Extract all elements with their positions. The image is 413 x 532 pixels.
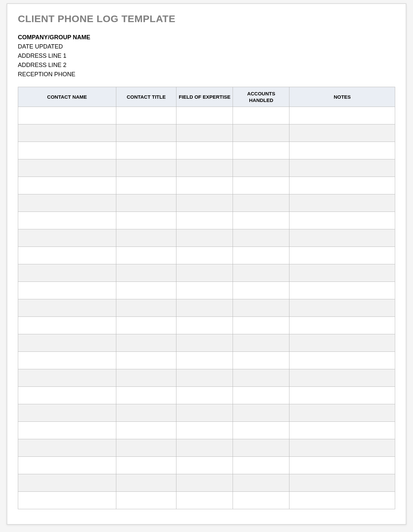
cell-field-of-expertise[interactable] bbox=[176, 212, 233, 229]
cell-contact-name[interactable] bbox=[18, 212, 116, 229]
cell-contact-name[interactable] bbox=[18, 457, 116, 474]
cell-field-of-expertise[interactable] bbox=[176, 159, 233, 177]
cell-notes[interactable] bbox=[289, 282, 395, 299]
cell-contact-name[interactable] bbox=[18, 124, 116, 142]
cell-accounts-handled[interactable] bbox=[233, 247, 289, 264]
cell-accounts-handled[interactable] bbox=[233, 264, 289, 282]
cell-field-of-expertise[interactable] bbox=[176, 404, 233, 422]
cell-notes[interactable] bbox=[289, 404, 395, 422]
cell-contact-title[interactable] bbox=[116, 107, 176, 124]
cell-accounts-handled[interactable] bbox=[233, 352, 289, 369]
cell-contact-name[interactable] bbox=[18, 142, 116, 159]
cell-contact-name[interactable] bbox=[18, 194, 116, 212]
cell-field-of-expertise[interactable] bbox=[176, 317, 233, 334]
cell-contact-name[interactable] bbox=[18, 439, 116, 457]
cell-accounts-handled[interactable] bbox=[233, 177, 289, 194]
cell-contact-title[interactable] bbox=[116, 422, 176, 439]
cell-accounts-handled[interactable] bbox=[233, 299, 289, 317]
cell-contact-name[interactable] bbox=[18, 247, 116, 264]
cell-contact-title[interactable] bbox=[116, 404, 176, 422]
cell-notes[interactable] bbox=[289, 229, 395, 247]
cell-accounts-handled[interactable] bbox=[233, 282, 289, 299]
cell-accounts-handled[interactable] bbox=[233, 194, 289, 212]
cell-notes[interactable] bbox=[289, 439, 395, 457]
cell-contact-name[interactable] bbox=[18, 264, 116, 282]
cell-notes[interactable] bbox=[289, 422, 395, 439]
cell-notes[interactable] bbox=[289, 492, 395, 509]
cell-contact-name[interactable] bbox=[18, 177, 116, 194]
cell-accounts-handled[interactable] bbox=[233, 474, 289, 492]
cell-accounts-handled[interactable] bbox=[233, 229, 289, 247]
cell-accounts-handled[interactable] bbox=[233, 387, 289, 404]
cell-contact-title[interactable] bbox=[116, 142, 176, 159]
cell-contact-title[interactable] bbox=[116, 299, 176, 317]
cell-contact-title[interactable] bbox=[116, 194, 176, 212]
cell-notes[interactable] bbox=[289, 457, 395, 474]
cell-notes[interactable] bbox=[289, 177, 395, 194]
cell-contact-title[interactable] bbox=[116, 212, 176, 229]
cell-accounts-handled[interactable] bbox=[233, 159, 289, 177]
cell-notes[interactable] bbox=[289, 317, 395, 334]
cell-field-of-expertise[interactable] bbox=[176, 264, 233, 282]
cell-contact-name[interactable] bbox=[18, 229, 116, 247]
cell-contact-title[interactable] bbox=[116, 124, 176, 142]
cell-field-of-expertise[interactable] bbox=[176, 387, 233, 404]
cell-accounts-handled[interactable] bbox=[233, 422, 289, 439]
cell-notes[interactable] bbox=[289, 369, 395, 387]
cell-contact-title[interactable] bbox=[116, 474, 176, 492]
cell-contact-title[interactable] bbox=[116, 439, 176, 457]
cell-notes[interactable] bbox=[289, 212, 395, 229]
cell-accounts-handled[interactable] bbox=[233, 404, 289, 422]
cell-notes[interactable] bbox=[289, 142, 395, 159]
cell-notes[interactable] bbox=[289, 247, 395, 264]
cell-field-of-expertise[interactable] bbox=[176, 107, 233, 124]
cell-field-of-expertise[interactable] bbox=[176, 492, 233, 509]
cell-contact-name[interactable] bbox=[18, 474, 116, 492]
cell-contact-name[interactable] bbox=[18, 159, 116, 177]
cell-contact-name[interactable] bbox=[18, 282, 116, 299]
cell-contact-name[interactable] bbox=[18, 334, 116, 352]
cell-contact-title[interactable] bbox=[116, 177, 176, 194]
cell-accounts-handled[interactable] bbox=[233, 107, 289, 124]
cell-field-of-expertise[interactable] bbox=[176, 142, 233, 159]
cell-contact-title[interactable] bbox=[116, 334, 176, 352]
cell-field-of-expertise[interactable] bbox=[176, 247, 233, 264]
cell-notes[interactable] bbox=[289, 194, 395, 212]
cell-notes[interactable] bbox=[289, 474, 395, 492]
cell-accounts-handled[interactable] bbox=[233, 439, 289, 457]
cell-contact-title[interactable] bbox=[116, 264, 176, 282]
cell-notes[interactable] bbox=[289, 124, 395, 142]
cell-notes[interactable] bbox=[289, 264, 395, 282]
cell-field-of-expertise[interactable] bbox=[176, 229, 233, 247]
cell-field-of-expertise[interactable] bbox=[176, 177, 233, 194]
cell-contact-title[interactable] bbox=[116, 387, 176, 404]
cell-notes[interactable] bbox=[289, 387, 395, 404]
cell-notes[interactable] bbox=[289, 334, 395, 352]
cell-accounts-handled[interactable] bbox=[233, 492, 289, 509]
cell-contact-name[interactable] bbox=[18, 369, 116, 387]
cell-field-of-expertise[interactable] bbox=[176, 194, 233, 212]
cell-contact-title[interactable] bbox=[116, 229, 176, 247]
cell-field-of-expertise[interactable] bbox=[176, 282, 233, 299]
cell-contact-title[interactable] bbox=[116, 457, 176, 474]
cell-notes[interactable] bbox=[289, 352, 395, 369]
cell-field-of-expertise[interactable] bbox=[176, 299, 233, 317]
cell-contact-name[interactable] bbox=[18, 107, 116, 124]
cell-accounts-handled[interactable] bbox=[233, 369, 289, 387]
cell-contact-name[interactable] bbox=[18, 422, 116, 439]
cell-field-of-expertise[interactable] bbox=[176, 474, 233, 492]
cell-field-of-expertise[interactable] bbox=[176, 369, 233, 387]
cell-accounts-handled[interactable] bbox=[233, 334, 289, 352]
cell-contact-name[interactable] bbox=[18, 387, 116, 404]
cell-contact-title[interactable] bbox=[116, 247, 176, 264]
cell-notes[interactable] bbox=[289, 107, 395, 124]
cell-field-of-expertise[interactable] bbox=[176, 457, 233, 474]
cell-accounts-handled[interactable] bbox=[233, 124, 289, 142]
cell-field-of-expertise[interactable] bbox=[176, 439, 233, 457]
cell-accounts-handled[interactable] bbox=[233, 142, 289, 159]
cell-contact-title[interactable] bbox=[116, 282, 176, 299]
cell-contact-title[interactable] bbox=[116, 317, 176, 334]
cell-contact-name[interactable] bbox=[18, 299, 116, 317]
cell-contact-title[interactable] bbox=[116, 492, 176, 509]
cell-field-of-expertise[interactable] bbox=[176, 352, 233, 369]
